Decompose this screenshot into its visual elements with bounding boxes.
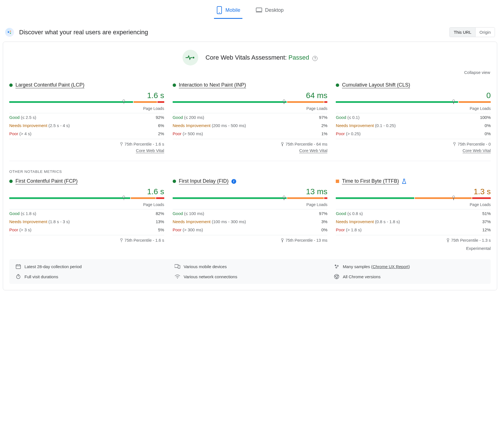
page-loads-label: Page Loads	[336, 105, 491, 113]
footer-connections: Various network connections	[175, 274, 325, 279]
status-square-orange	[336, 180, 339, 183]
wifi-icon	[175, 274, 180, 279]
percentile-marker	[122, 196, 125, 200]
core-web-vital-link[interactable]: Core Web Vital	[299, 148, 327, 153]
metric-lcp: Largest Contentful Paint (LCP)1.6 sPage …	[9, 82, 164, 153]
mobile-icon	[216, 6, 222, 14]
page-loads-label: Page Loads	[173, 105, 328, 113]
status-dot-green	[9, 180, 13, 183]
svg-point-6	[10, 33, 11, 34]
page-loads-label: Page Loads	[9, 201, 164, 209]
footer-versions: All Chrome versions	[334, 274, 485, 279]
metric-ttfb-name[interactable]: Time to First Byte (TTFB)	[342, 178, 399, 184]
svg-point-16	[337, 265, 338, 266]
chrome-ux-report-link[interactable]: Chrome UX Report	[373, 264, 409, 269]
header-row: Discover what your real users are experi…	[3, 27, 497, 42]
metric-ttfb-bar	[336, 197, 491, 199]
pulse-icon	[183, 50, 198, 65]
toggle-origin[interactable]: Origin	[475, 28, 495, 37]
metric-cls-name[interactable]: Cumulative Layout Shift (CLS)	[342, 82, 410, 88]
assessment-label: Core Web Vitals Assessment:	[206, 54, 289, 61]
toggle-this-url[interactable]: This URL	[450, 28, 475, 37]
tab-desktop-label: Desktop	[265, 7, 283, 13]
chrome-icon	[334, 274, 339, 279]
metric-cls-bar	[336, 101, 491, 103]
svg-rect-13	[175, 264, 178, 268]
svg-point-7	[193, 57, 194, 58]
status-dot-green	[173, 83, 176, 87]
tab-mobile[interactable]: Mobile	[214, 3, 242, 19]
metric-fcp: First Contentful Paint (FCP)1.6 sPage Lo…	[9, 178, 164, 251]
footer: Latest 28-day collection period Various …	[9, 259, 491, 284]
users-globe-icon	[5, 28, 14, 37]
page-loads-label: Page Loads	[336, 201, 491, 209]
svg-rect-9	[16, 265, 21, 269]
percentile-row: 75th Percentile - 1.6 s	[9, 235, 164, 244]
samples-icon	[334, 264, 339, 269]
devices-icon	[175, 264, 180, 269]
metric-cls-value: 0	[336, 91, 491, 100]
tab-desktop[interactable]: Desktop	[254, 3, 286, 19]
percentile-marker	[283, 99, 285, 104]
footer-samples: Many samples (Chrome UX Report)	[334, 264, 485, 269]
percentile-marker	[122, 99, 125, 104]
desktop-icon	[256, 6, 262, 14]
percentile-row: 75th Percentile - 13 ms	[173, 235, 328, 244]
metric-fcp-name[interactable]: First Contentful Paint (FCP)	[15, 178, 78, 184]
stopwatch-icon	[15, 274, 21, 279]
other-metrics-grid: First Contentful Paint (FCP)1.6 sPage Lo…	[9, 178, 491, 251]
percentile-row: 75th Percentile - 0	[336, 139, 491, 148]
metric-ttfb-value: 1.3 s	[336, 187, 491, 196]
svg-rect-14	[178, 265, 180, 268]
page-title: Discover what your real users are experi…	[19, 29, 148, 36]
calendar-icon	[15, 264, 21, 269]
assessment-text: Core Web Vitals Assessment: Passed ?	[206, 54, 318, 61]
metric-inp-name[interactable]: Interaction to Next Paint (INP)	[179, 82, 246, 88]
metric-fid-value: 13 ms	[173, 187, 328, 196]
scope-toggle: This URL Origin	[449, 27, 495, 37]
assessment-row: Core Web Vitals Assessment: Passed ?	[9, 50, 491, 65]
metric-fid-bar	[173, 197, 328, 199]
metric-inp: Interaction to Next Paint (INP)64 msPage…	[173, 82, 328, 153]
footer-devices: Various mobile devices	[175, 264, 325, 269]
device-tabs: Mobile Desktop	[3, 3, 497, 19]
percentile-marker	[452, 196, 455, 200]
footer-period: Latest 28-day collection period	[15, 264, 166, 269]
svg-point-21	[177, 278, 178, 279]
metric-inp-bar	[173, 101, 328, 103]
experiment-icon	[402, 179, 406, 184]
core-web-vital-link[interactable]: Core Web Vital	[463, 148, 491, 153]
metric-inp-value: 64 ms	[173, 91, 328, 100]
metric-lcp-name[interactable]: Largest Contentful Paint (LCP)	[15, 82, 84, 88]
percentile-row: 75th Percentile - 1.6 s	[9, 139, 164, 148]
metric-fid-name[interactable]: First Input Delay (FID)	[179, 178, 229, 184]
status-dot-green	[9, 83, 13, 87]
metric-ttfb: Time to First Byte (TTFB)1.3 sPage Loads…	[336, 178, 491, 251]
info-icon[interactable]: i	[231, 179, 236, 184]
help-icon[interactable]: ?	[312, 56, 317, 61]
page-loads-label: Page Loads	[9, 105, 164, 113]
vitals-card: Core Web Vitals Assessment: Passed ? Col…	[3, 42, 497, 290]
svg-point-4	[8, 31, 9, 33]
metric-cls: Cumulative Layout Shift (CLS)0Page Loads…	[336, 82, 491, 153]
core-metrics-grid: Largest Contentful Paint (LCP)1.6 sPage …	[9, 82, 491, 161]
experimental-label: Experimental	[336, 244, 491, 251]
metric-fcp-bar	[9, 197, 164, 199]
assessment-status: Passed	[289, 54, 309, 61]
page-loads-label: Page Loads	[173, 201, 328, 209]
svg-point-5	[10, 31, 11, 32]
core-web-vital-link[interactable]: Core Web Vital	[136, 148, 164, 153]
svg-rect-2	[256, 8, 262, 12]
percentile-row: 75th Percentile - 64 ms	[173, 139, 328, 148]
metric-lcp-value: 1.6 s	[9, 91, 164, 100]
metric-fid: First Input Delay (FID)i13 msPage LoadsG…	[173, 178, 328, 251]
other-section-label: OTHER NOTABLE METRICS	[9, 161, 491, 178]
metric-lcp-bar	[9, 101, 164, 103]
footer-durations: Full visit durations	[15, 274, 166, 279]
tab-mobile-label: Mobile	[225, 7, 240, 13]
metric-fcp-value: 1.6 s	[9, 187, 164, 196]
collapse-view[interactable]: Collapse view	[9, 68, 491, 82]
percentile-marker	[283, 196, 285, 200]
status-dot-green	[336, 83, 339, 87]
status-dot-green	[173, 180, 176, 183]
